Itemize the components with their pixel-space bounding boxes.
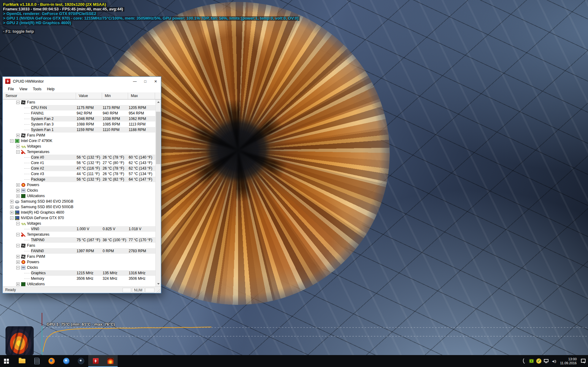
sensor-row-cpu-fan[interactable]: CPU FAN1175 RPM1173 RPM1205 RPM (3, 105, 156, 110)
sensor-row-fans-pwm[interactable]: Fans PWM (3, 254, 156, 259)
sensor-row-system-fan-1[interactable]: System Fan 11159 RPM1110 RPM1188 RPM (3, 127, 156, 133)
expand-toggle-icon[interactable] (16, 194, 20, 198)
sensor-label: FANIN1 (31, 110, 77, 116)
tray-antivirus-check-button[interactable] (535, 355, 543, 367)
sensor-row-vin0[interactable]: VIN01.000 V0.825 V1.018 V (3, 226, 156, 232)
maximize-button[interactable]: □ (140, 77, 150, 86)
expand-toggle-icon[interactable] (10, 211, 13, 214)
sensor-row-powers[interactable]: Powers (3, 182, 156, 188)
minimize-button[interactable]: — (130, 77, 140, 86)
taskbar-app-notepad[interactable] (29, 355, 44, 367)
sensor-row-utilizations[interactable]: Utilizations (3, 193, 156, 199)
collapse-toggle-icon[interactable] (10, 139, 13, 143)
sensor-row-core-3[interactable]: Core #344 °C (111 °F)26 °C (78 °F)57 °C … (3, 171, 156, 177)
sensor-row-voltages[interactable]: Voltages (3, 221, 156, 226)
sensor-row-voltages[interactable]: Voltages (3, 144, 156, 149)
sensor-row-samsung-ssd-850-evo-500gb[interactable]: Samsung SSD 850 EVO 500GB (3, 204, 156, 210)
sensor-row-temperatures[interactable]: Temperatures (3, 232, 156, 237)
flame-icon (21, 183, 25, 187)
start-icon (4, 359, 6, 361)
expand-toggle-icon[interactable] (16, 255, 20, 258)
sensor-label: Package (31, 177, 77, 182)
tree-connector (24, 118, 30, 119)
scrollbar-thumb[interactable] (156, 112, 161, 164)
tray-nvidia-settings-button[interactable] (528, 355, 535, 367)
menu-item-tools[interactable]: Tools (30, 86, 44, 92)
desktop: FurMark v1.18.0.0 - Burn-in test, 1920x1… (0, 0, 588, 367)
sensor-row-temperatures[interactable]: Temperatures (3, 149, 156, 155)
scroll-up-arrow-icon[interactable] (156, 99, 161, 105)
taskbar-app-firefox[interactable] (44, 355, 59, 367)
collapse-toggle-icon[interactable] (10, 216, 13, 220)
vertical-scrollbar[interactable] (155, 99, 161, 286)
taskbar-app-hwmonitor[interactable] (88, 355, 103, 367)
sensor-row-system-fan-2[interactable]: System Fan 21046 RPM1038 RPM1062 RPM (3, 116, 156, 122)
sensor-row-clocks[interactable]: Clocks (3, 188, 156, 193)
tray-volume-button[interactable]: ◄)) (550, 355, 557, 367)
expand-toggle-icon[interactable] (16, 260, 20, 264)
collapse-toggle-icon[interactable] (16, 244, 20, 247)
taskbar-app-file-explorer[interactable] (15, 355, 29, 367)
collapse-toggle-icon[interactable] (16, 233, 20, 236)
sensor-row-fanin0[interactable]: FANIN01397 RPM0 RPM2783 RPM (3, 248, 156, 254)
sensor-row-utilizations[interactable]: Utilizations (3, 281, 156, 286)
taskbar-app-thunderbird[interactable] (59, 355, 74, 367)
sensor-row-system-fan-3[interactable]: System Fan 31088 RPM1085 RPM1113 RPM (3, 122, 156, 127)
collapse-toggle-icon[interactable] (16, 222, 20, 225)
sensor-row-powers[interactable]: Powers (3, 259, 156, 265)
sensor-row-graphics[interactable]: Graphics1215 MHz135 MHz1316 MHz (3, 270, 156, 276)
expand-toggle-icon[interactable] (16, 283, 20, 286)
sensor-row-nvidia-geforce-gtx-970[interactable]: NVIDIA GeForce GTX 970 (3, 215, 156, 221)
close-button[interactable]: ✕ (150, 77, 161, 86)
sensor-row-core-2[interactable]: Core #247 °C (116 °F)26 °C (78 °F)62 °C … (3, 166, 156, 171)
osd-help-line: - F1: toggle help (2, 29, 35, 34)
sensor-row-core-0[interactable]: Core #056 °C (132 °F)26 °C (78 °F)60 °C … (3, 155, 156, 160)
column-header-sensor[interactable]: Sensor (3, 93, 76, 99)
scroll-down-arrow-icon[interactable] (156, 281, 161, 286)
sensor-row-fans[interactable]: Fans (3, 243, 156, 248)
sensor-row-fanin1[interactable]: FANIN1942 RPM940 RPM954 RPM (3, 110, 156, 116)
sensor-row-tmpin0[interactable]: TMPIN075 °C (167 °F)38 °C (100 °F)77 °C … (3, 237, 156, 243)
sensor-min: 28 °C (82 °F) (103, 177, 129, 182)
sensor-row-samsung-ssd-840-evo-250gb[interactable]: Samsung SSD 840 EVO 250GB (3, 199, 156, 204)
taskbar-app-furmark[interactable] (103, 355, 118, 367)
column-header-max[interactable]: Max (128, 93, 155, 99)
expand-toggle-icon[interactable] (16, 145, 20, 148)
expand-toggle-icon[interactable] (16, 189, 20, 192)
sensor-row-memory[interactable]: Memory3506 MHz324 MHz3506 MHz (3, 276, 156, 281)
resize-grip[interactable] (156, 288, 160, 293)
menu-item-file[interactable]: File (5, 86, 17, 92)
menu-item-view[interactable]: View (17, 86, 30, 92)
expand-toggle-icon[interactable] (16, 183, 20, 187)
sensor-row-core-1[interactable]: Core #156 °C (132 °F)27 °C (80 °F)62 °C … (3, 160, 156, 166)
sensor-row-clocks[interactable]: Clocks (3, 265, 156, 270)
sensor-label: Core #3 (31, 171, 77, 177)
sensor-value: 1175 RPM (77, 105, 103, 110)
taskbar-app-steam[interactable] (74, 355, 88, 367)
sensor-value: 44 °C (111 °F) (77, 171, 103, 177)
tray-network-button[interactable] (543, 355, 550, 367)
thermo-icon (21, 233, 25, 237)
column-header-min[interactable]: Min (102, 93, 128, 99)
title-bar[interactable]: CPUID HWMonitor — □ ✕ (3, 77, 161, 86)
sensor-row-package[interactable]: Package56 °C (132 °F)28 °C (82 °F)64 °C … (3, 177, 156, 182)
expand-toggle-icon[interactable] (10, 200, 13, 203)
column-header-value[interactable]: Value (76, 93, 102, 99)
firefox-icon (48, 358, 55, 364)
collapse-toggle-icon[interactable] (16, 101, 20, 104)
sensor-row-intel-core-i7-4790k[interactable]: Intel Core i7 4790K (3, 138, 156, 144)
start-button[interactable] (0, 355, 15, 367)
sensor-row-intel-r-hd-graphics-4600[interactable]: Intel(R) HD Graphics 4600 (3, 210, 156, 215)
sensor-value: 1397 RPM (77, 248, 103, 254)
taskbar-clock[interactable]: 13:00 11.09.2016 (557, 357, 579, 365)
tray-satellite-button[interactable] (521, 355, 528, 367)
collapse-toggle-icon[interactable] (16, 150, 20, 154)
sensor-row-fans-pwm[interactable]: Fans PWM (3, 133, 156, 138)
sensor-row-fans[interactable]: Fans (3, 99, 156, 105)
expand-toggle-icon[interactable] (10, 205, 13, 209)
menu-item-help[interactable]: Help (44, 86, 57, 92)
action-center-button[interactable] (579, 355, 587, 367)
sensor-min: 1110 RPM (103, 127, 129, 133)
expand-toggle-icon[interactable] (16, 134, 20, 137)
collapse-toggle-icon[interactable] (16, 266, 20, 269)
